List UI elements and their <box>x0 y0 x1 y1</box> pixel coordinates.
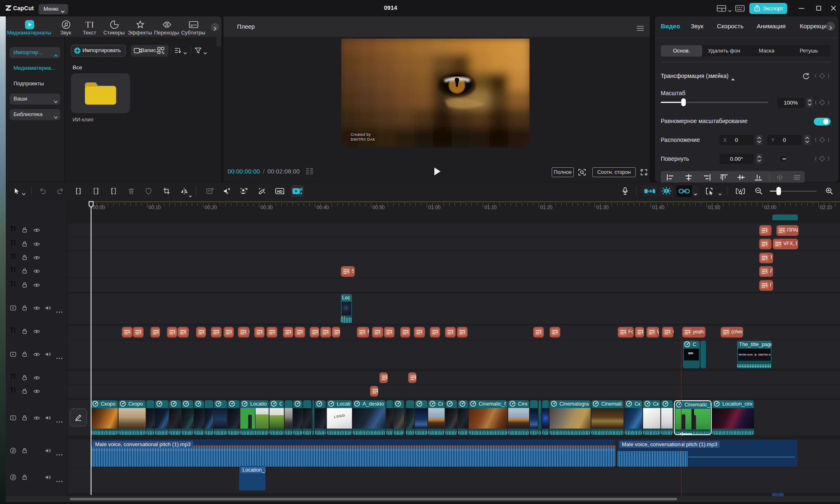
svg-text:HD: HD <box>277 189 283 194</box>
svg-text:Created by: Created by <box>351 132 371 137</box>
svg-text:DMITRII DAK: DMITRII DAK <box>351 137 375 141</box>
